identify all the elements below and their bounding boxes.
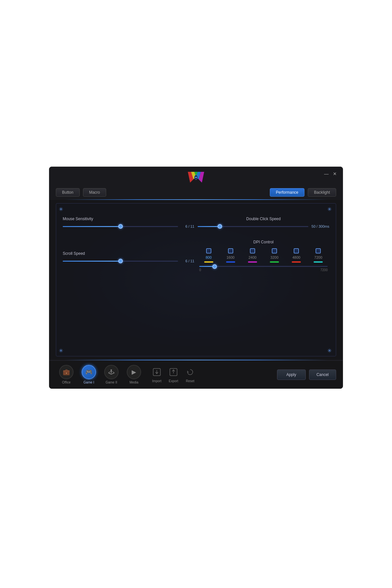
profile-office-icon: 💼: [59, 365, 74, 379]
scroll-speed-thumb[interactable]: [118, 259, 123, 263]
dpi-slider-thumb[interactable]: [212, 264, 217, 269]
app-window: — ✕ Button Macro Performance Backlight ✳…: [49, 167, 343, 389]
minimize-button[interactable]: —: [323, 171, 329, 177]
dpi-dot-3200[interactable]: [272, 248, 277, 253]
dpi-color-7200: [314, 261, 323, 263]
dpi-color-3200: [270, 261, 279, 263]
scroll-speed-track[interactable]: [63, 261, 178, 262]
apply-cancel-buttons: Apply Cancel: [277, 369, 336, 380]
nav-bar: Button Macro Performance Backlight: [49, 188, 343, 199]
profile-media[interactable]: ▶ Media: [123, 363, 144, 386]
title-bar: — ✕: [49, 167, 343, 188]
dpi-val-7200: 7200: [312, 255, 324, 259]
double-click-value: 50 / 300ms: [312, 224, 329, 228]
scroll-speed-slider-row: 6 / 11: [63, 259, 194, 263]
scroll-speed-label: Scroll Speed: [63, 251, 194, 256]
scroll-speed-value: 6 / 11: [181, 259, 194, 263]
profile-game1[interactable]: 🎮 Game I: [78, 363, 99, 386]
dpi-dot-1600[interactable]: [228, 248, 233, 253]
mouse-sensitivity-value: 6 / 11: [181, 224, 194, 228]
profile-buttons: 💼 Office 🎮 Game I 🕹 Game II ▶ Media: [56, 363, 144, 386]
dpi-color-1600: [226, 261, 235, 263]
logo: [186, 170, 206, 185]
action-import[interactable]: Import: [151, 366, 163, 383]
dpi-dot-4800[interactable]: [294, 248, 299, 253]
left-column: Mouse Sensitivity 6 / 11 Scroll Speed: [63, 210, 194, 350]
dpi-val-3200: 3200: [269, 255, 280, 259]
mouse-sensitivity-track[interactable]: [63, 226, 178, 227]
corner-deco-br: ✳: [327, 348, 333, 353]
action-buttons: Import Export: [151, 366, 196, 383]
action-export[interactable]: Export: [168, 366, 179, 383]
cancel-button[interactable]: Cancel: [309, 369, 336, 380]
action-reset[interactable]: Reset: [184, 366, 196, 383]
content-area: ✳ ✳ ✳ ✳ Mouse Sensitivity 6 / 1: [49, 200, 343, 360]
dpi-color-4800: [292, 261, 301, 263]
double-click-label: Double Click Speed: [198, 217, 329, 221]
profile-media-label: Media: [129, 381, 138, 384]
dpi-dot-2400[interactable]: [250, 248, 255, 253]
dpi-colors-row: [198, 261, 329, 263]
right-column: Double Click Speed 50 / 300ms DPI Contro…: [198, 210, 329, 350]
dpi-range-max: 7200: [320, 268, 328, 272]
profile-game1-icon: 🎮: [82, 365, 96, 379]
svg-point-7: [195, 177, 197, 178]
reset-icon: [184, 366, 196, 378]
apply-button[interactable]: Apply: [277, 369, 306, 380]
dpi-dot-7200[interactable]: [316, 248, 321, 253]
scroll-speed-section: Scroll Speed 6 / 11: [63, 251, 194, 263]
bottom-bar: 💼 Office 🎮 Game I 🕹 Game II ▶ Media: [49, 360, 343, 388]
tab-macro[interactable]: Macro: [83, 188, 106, 197]
dpi-range-labels: 0 7200: [198, 268, 329, 272]
corner-deco-tl: ✳: [59, 206, 65, 212]
dpi-val-2400: 2400: [247, 255, 258, 259]
profile-game1-label: Game I: [84, 381, 94, 384]
mouse-sensitivity-fill: [63, 226, 121, 227]
import-icon: [151, 366, 163, 378]
corner-deco-bl: ✳: [59, 348, 65, 353]
dpi-label: DPI Control: [198, 240, 329, 244]
mouse-sensitivity-slider-row: 6 / 11: [63, 224, 194, 228]
dpi-dot-800[interactable]: [206, 248, 211, 253]
mouse-sensitivity-label: Mouse Sensitivity: [63, 217, 194, 221]
dpi-color-800: [204, 261, 213, 263]
import-label: Import: [152, 379, 161, 383]
export-label: Export: [169, 379, 178, 383]
tab-backlight[interactable]: Backlight: [308, 188, 336, 197]
double-click-section: Double Click Speed 50 / 300ms: [198, 217, 329, 228]
double-click-slider-row: 50 / 300ms: [198, 224, 329, 228]
double-click-fill: [198, 226, 220, 227]
profile-game2-icon: 🕹: [104, 365, 119, 379]
profile-office-label: Office: [62, 381, 71, 384]
dpi-section: DPI Control 800: [198, 240, 329, 272]
corner-deco-tr: ✳: [327, 206, 333, 212]
dpi-dots-row: [198, 248, 329, 253]
close-button[interactable]: ✕: [332, 171, 338, 177]
double-click-thumb[interactable]: [218, 224, 222, 229]
dpi-val-1600: 1600: [225, 255, 237, 259]
double-click-track[interactable]: [198, 226, 308, 227]
dpi-color-2400: [248, 261, 257, 263]
controls-layout: Mouse Sensitivity 6 / 11 Scroll Speed: [63, 210, 329, 350]
profile-office[interactable]: 💼 Office: [56, 363, 77, 386]
profile-media-icon: ▶: [127, 365, 141, 379]
profile-game2-label: Game II: [106, 381, 117, 384]
title-bar-controls: — ✕: [323, 171, 338, 177]
tab-performance[interactable]: Performance: [270, 188, 305, 197]
tab-button[interactable]: Button: [56, 188, 80, 197]
mouse-sensitivity-thumb[interactable]: [118, 224, 123, 229]
dpi-slider-track[interactable]: [199, 266, 328, 267]
reset-label: Reset: [186, 379, 194, 383]
mouse-sensitivity-section: Mouse Sensitivity 6 / 11: [63, 217, 194, 228]
profile-game2[interactable]: 🕹 Game II: [101, 363, 122, 386]
dpi-range-min: 0: [199, 268, 201, 272]
dpi-slider-container: 0 7200: [198, 266, 329, 272]
content-panel: ✳ ✳ ✳ ✳ Mouse Sensitivity 6 / 1: [56, 203, 336, 356]
dpi-val-800: 800: [203, 255, 215, 259]
scroll-speed-fill: [63, 261, 121, 262]
dpi-val-4800: 4800: [290, 255, 302, 259]
export-icon: [168, 366, 179, 378]
dpi-values-row: 800 1600 2400 3200 4800 7200: [198, 255, 329, 259]
